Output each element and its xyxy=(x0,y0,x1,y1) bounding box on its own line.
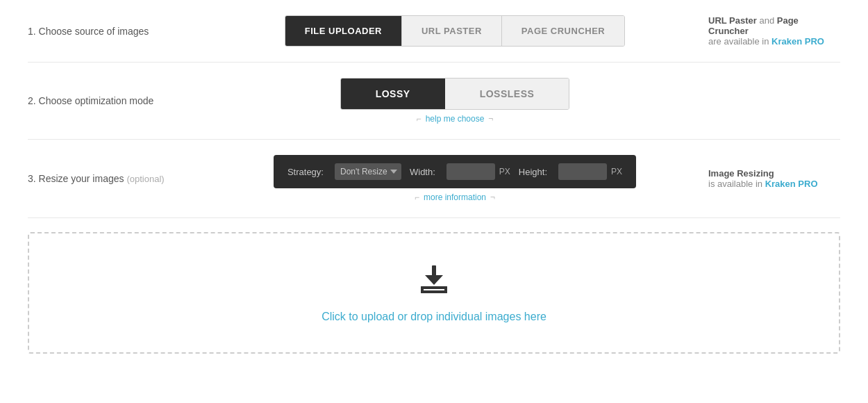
bracket-right: ¬ xyxy=(488,114,493,124)
bracket-left: ⌐ xyxy=(417,114,422,124)
step3-content: Strategy: Don't Resize Exact Portrait La… xyxy=(222,155,687,202)
mode-toggle: LOSSY LOSSLESS xyxy=(340,78,570,110)
step2-label-text: 2. Choose optimization mode xyxy=(28,95,153,106)
width-px-label: PX xyxy=(499,167,510,176)
step1-label: 1. Choose source of images xyxy=(28,26,222,37)
section-source: 1. Choose source of images FILE UPLOADER… xyxy=(28,0,840,63)
height-label: Height: xyxy=(519,167,547,177)
url-paster-text: URL Paster xyxy=(708,15,757,26)
upload-icon xyxy=(417,263,451,299)
tab-page-cruncher[interactable]: PAGE CRUNCHER xyxy=(502,16,624,46)
more-bracket-right: ¬ xyxy=(490,192,495,202)
step1-content: FILE UPLOADER URL PASTER PAGE CRUNCHER xyxy=(222,15,687,47)
help-link-wrapper: ⌐ help me choose ¬ xyxy=(417,114,494,124)
image-resizing-text: Image Resizing xyxy=(708,168,774,179)
page-wrapper: 1. Choose source of images FILE UPLOADER… xyxy=(0,0,868,368)
step3-aside: Image Resizing is available in Kraken PR… xyxy=(687,168,840,189)
mode-lossless[interactable]: LOSSLESS xyxy=(445,79,569,109)
drop-text: Click to upload or drop individual image… xyxy=(322,311,546,323)
step1-label-text: 1. Choose source of images xyxy=(28,26,149,37)
more-info-link[interactable]: more information xyxy=(424,192,486,202)
kraken-pro-link-1[interactable]: Kraken PRO xyxy=(771,36,824,47)
strategy-label: Strategy: xyxy=(287,167,324,177)
more-info-wrapper: ⌐ more information ¬ xyxy=(415,192,495,202)
height-input[interactable] xyxy=(558,163,607,180)
svg-marker-1 xyxy=(425,275,443,285)
section-resize: 3. Resize your images (optional) Strateg… xyxy=(28,140,840,218)
step2-content: LOSSY LOSSLESS ⌐ help me choose ¬ xyxy=(222,78,687,124)
section-mode: 2. Choose optimization mode LOSSY LOSSLE… xyxy=(28,63,840,140)
upload-section: Click to upload or drop individual image… xyxy=(28,218,840,368)
resize-bar: Strategy: Don't Resize Exact Portrait La… xyxy=(274,155,636,188)
step3-optional: (optional) xyxy=(126,174,164,184)
aside-available: are available in xyxy=(708,36,771,47)
more-bracket-left: ⌐ xyxy=(415,192,419,202)
drop-zone[interactable]: Click to upload or drop individual image… xyxy=(28,232,840,354)
width-input[interactable] xyxy=(446,163,495,180)
mode-lossy[interactable]: LOSSY xyxy=(341,79,445,109)
svg-rect-5 xyxy=(421,290,447,293)
strategy-select[interactable]: Don't Resize Exact Portrait Landscape Au… xyxy=(335,163,401,180)
svg-rect-2 xyxy=(421,286,447,289)
height-px-label: PX xyxy=(611,167,622,176)
kraken-pro-link-2[interactable]: Kraken PRO xyxy=(765,179,818,189)
step2-label: 2. Choose optimization mode xyxy=(28,95,222,106)
tab-file-uploader[interactable]: FILE UPLOADER xyxy=(285,16,402,46)
aside-and: and xyxy=(757,15,777,26)
available-text: is available in xyxy=(708,179,765,189)
step3-label-text: 3. Resize your images xyxy=(28,173,124,184)
step3-label: 3. Resize your images (optional) xyxy=(28,173,222,184)
help-me-choose-link[interactable]: help me choose xyxy=(426,114,485,124)
tab-url-paster[interactable]: URL PASTER xyxy=(402,16,502,46)
step1-aside: URL Paster and Page Cruncher are availab… xyxy=(687,15,840,47)
width-label: Width: xyxy=(410,167,435,177)
source-tabs: FILE UPLOADER URL PASTER PAGE CRUNCHER xyxy=(285,15,625,47)
